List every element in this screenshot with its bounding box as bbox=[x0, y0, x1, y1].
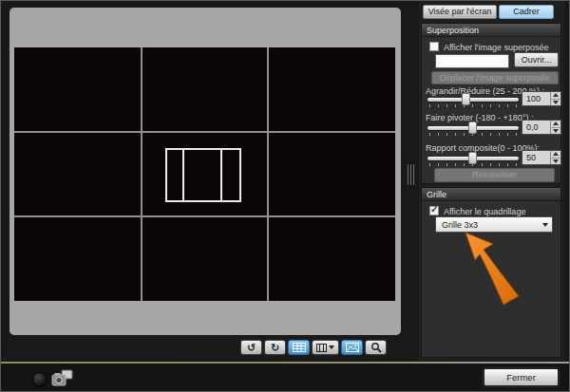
grid-type-dropdown[interactable]: Grille 3x3 bbox=[435, 216, 553, 233]
grid-line-horizontal bbox=[14, 131, 395, 133]
zoom-slider-ticks bbox=[429, 104, 517, 107]
show-grid-label: Afficher le quadrillage bbox=[444, 207, 525, 216]
columns-icon bbox=[316, 344, 327, 352]
liveview-viewport bbox=[10, 8, 401, 335]
grid-line-vertical bbox=[267, 47, 269, 301]
grille-header: Grille bbox=[422, 188, 560, 201]
panel-splitter-grip[interactable] bbox=[408, 164, 417, 187]
superposition-header: Superposition bbox=[422, 24, 560, 37]
spinner-arrows-icon[interactable] bbox=[550, 92, 560, 105]
liveview-toolbar: ↺ ↻ bbox=[1, 340, 402, 359]
show-image-button[interactable] bbox=[341, 340, 363, 355]
tab-visee-par-lecran[interactable]: Visée par l'écran bbox=[423, 5, 497, 19]
move-overlay-button[interactable]: Déplacer l'image superposée bbox=[431, 71, 559, 84]
overlay-file-field[interactable] bbox=[435, 54, 509, 68]
grid-toggle-button[interactable] bbox=[288, 340, 310, 355]
composite-value: 50 bbox=[522, 151, 550, 164]
orange-pointer-arrow bbox=[464, 232, 524, 308]
zoom-button[interactable] bbox=[365, 340, 387, 355]
open-button[interactable]: Ouvrir... bbox=[514, 52, 559, 67]
composite-slider-thumb[interactable] bbox=[468, 152, 477, 164]
composition-inner-line bbox=[182, 150, 184, 200]
grid-icon bbox=[293, 343, 306, 352]
reset-button[interactable]: Réinitialiser bbox=[434, 168, 555, 182]
rotate-value: 0,0 bbox=[522, 121, 550, 134]
zoom-value-spinbox[interactable]: 100 bbox=[522, 91, 561, 106]
spinner-arrows-icon[interactable] bbox=[550, 151, 560, 164]
composition-mode-button[interactable] bbox=[312, 340, 339, 355]
zoom-slider-thumb[interactable] bbox=[462, 93, 470, 105]
remote-liveview-window: ↺ ↻ bbox=[0, 0, 570, 392]
rotate-left-icon: ↺ bbox=[247, 343, 256, 353]
spinner-arrows-icon[interactable] bbox=[550, 121, 560, 134]
camera-capture-icon[interactable] bbox=[51, 369, 74, 387]
close-button[interactable]: Fermer bbox=[484, 368, 559, 386]
superposition-section: Superposition Afficher l'image superposé… bbox=[421, 23, 561, 184]
overlay-checkbox-label: Afficher l'image superposée bbox=[444, 43, 549, 52]
rotate-value-spinbox[interactable]: 0,0 bbox=[522, 120, 561, 135]
bottom-bar: Fermer bbox=[1, 364, 570, 392]
composite-slider bbox=[428, 153, 519, 168]
liveview-image bbox=[14, 47, 395, 301]
show-grid-checkbox[interactable] bbox=[429, 206, 439, 215]
rotate-slider-thumb[interactable] bbox=[468, 121, 477, 134]
zoom-slider-track[interactable] bbox=[428, 98, 519, 102]
composition-inner-line bbox=[220, 150, 222, 200]
dropdown-arrow-icon bbox=[329, 345, 334, 349]
rotate-right-button[interactable]: ↻ bbox=[264, 340, 286, 355]
record-indicator-icon bbox=[32, 372, 48, 387]
zoom-slider bbox=[428, 94, 519, 109]
zoom-value: 100 bbox=[522, 92, 550, 105]
image-icon bbox=[346, 343, 359, 352]
composite-value-spinbox[interactable]: 50 bbox=[522, 150, 561, 165]
tab-cadrer[interactable]: Cadrer bbox=[499, 5, 554, 19]
grid-line-horizontal bbox=[14, 215, 395, 217]
zoom-icon bbox=[370, 342, 382, 353]
rotate-slider-label: Faire pivoter (-180 - +180°) : bbox=[426, 113, 533, 122]
rotate-slider bbox=[428, 122, 519, 138]
grid-type-selected-value: Grille 3x3 bbox=[436, 220, 539, 230]
rotate-left-button[interactable]: ↺ bbox=[240, 340, 262, 355]
overlay-checkbox[interactable] bbox=[429, 42, 439, 51]
grid-line-vertical bbox=[141, 47, 142, 301]
rotate-right-icon: ↻ bbox=[271, 343, 279, 353]
chevron-down-icon bbox=[539, 223, 552, 227]
composition-overlay-rect bbox=[165, 148, 241, 202]
